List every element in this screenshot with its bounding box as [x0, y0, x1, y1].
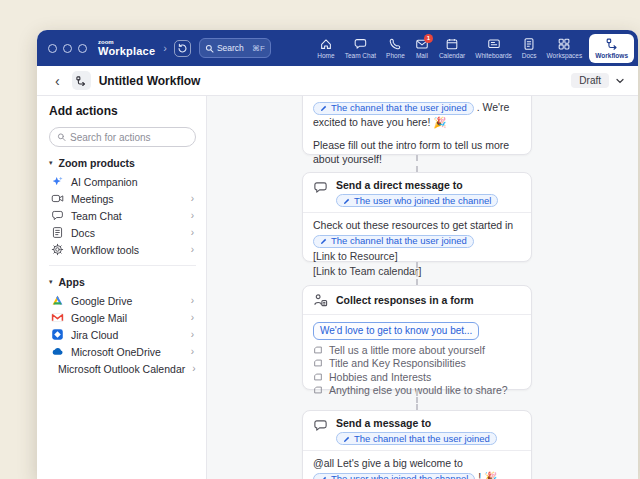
team-chat-icon: [353, 37, 367, 51]
workflow-title: Untitled Workflow: [99, 74, 201, 88]
add-actions-panel: Add actions ▾ Zoom products AI Companion: [37, 96, 207, 479]
variable-chip[interactable]: The user who joined the channel: [313, 473, 475, 479]
sidebar-item-ai-companion[interactable]: AI Companion: [49, 173, 196, 190]
sidebar-item-workflow-tools[interactable]: Workflow tools ›: [49, 241, 196, 258]
nav-docs[interactable]: Docs: [517, 35, 542, 61]
text-field-icon: [313, 358, 323, 368]
sidebar-item-google-mail[interactable]: Google Mail ›: [49, 309, 196, 326]
status-badge: Draft: [571, 73, 609, 88]
step-title: Send a direct message to: [336, 179, 498, 192]
workflow-step-card-collect-form[interactable]: Collect responses in a form We'd love to…: [302, 285, 532, 390]
nav-mail[interactable]: 1 Mail: [410, 35, 434, 61]
meetings-icon: [51, 192, 64, 205]
sidebar-divider: [49, 265, 196, 266]
window-maximize-button[interactable]: [78, 44, 87, 53]
chevron-down-icon[interactable]: [616, 78, 624, 84]
google-drive-icon: [51, 294, 64, 307]
variable-chip[interactable]: The user who joined the channel: [336, 194, 498, 207]
chevron-right-icon: ›: [191, 329, 196, 340]
chevron-right-icon: ›: [191, 193, 196, 204]
desktop: zoom Workplace › Search ⌘F: [0, 0, 640, 479]
text-field-icon: [313, 345, 323, 355]
global-search-input[interactable]: Search ⌘F: [199, 38, 271, 58]
nav-team-chat[interactable]: Team Chat: [340, 35, 381, 61]
back-button[interactable]: ‹: [55, 73, 60, 89]
workflow-step-card-direct-message[interactable]: Send a direct message to The user who jo…: [302, 172, 532, 262]
google-mail-icon: [51, 311, 64, 324]
form-question-row: Title and Key Responsibilities: [313, 357, 521, 371]
step-title: Send a message to: [336, 417, 497, 430]
form-question-row: Tell us a little more about yourself: [313, 343, 521, 357]
top-navbar: zoom Workplace › Search ⌘F: [37, 30, 638, 66]
workspaces-icon: [557, 37, 571, 51]
nav-home[interactable]: Home: [312, 35, 339, 61]
search-icon: [205, 44, 214, 53]
workflow-icon: [75, 75, 87, 87]
step-connector: [416, 155, 418, 172]
step-connector: [416, 390, 418, 410]
window-controls[interactable]: [48, 44, 87, 53]
logo-chevron-icon[interactable]: ›: [163, 42, 167, 54]
chevron-right-icon: ›: [191, 295, 196, 306]
sidebar-item-google-drive[interactable]: Google Drive ›: [49, 292, 196, 309]
docs-icon: [522, 37, 536, 51]
message-text: @all Let's give a big welcome to: [313, 456, 521, 470]
nav-calendar[interactable]: Calendar: [434, 35, 470, 61]
chevron-right-icon: ›: [191, 346, 196, 357]
form-question-row: Hobbies and Interests: [313, 370, 521, 384]
workflows-icon: [605, 37, 619, 51]
actions-search[interactable]: [49, 127, 196, 147]
section-apps[interactable]: ▾ Apps: [49, 276, 196, 288]
ai-companion-icon: [51, 175, 64, 188]
sidebar-item-team-chat[interactable]: Team Chat ›: [49, 207, 196, 224]
sidebar-item-meetings[interactable]: Meetings ›: [49, 190, 196, 207]
history-button[interactable]: [174, 40, 191, 57]
history-icon: [177, 43, 188, 54]
form-person-icon: [313, 293, 328, 308]
variable-chip[interactable]: The channel that the user joined: [313, 235, 474, 248]
workflow-canvas[interactable]: The channel that the user joined . We're…: [207, 96, 638, 479]
workflow-step-card-channel-message[interactable]: Send a message to The channel that the u…: [302, 410, 532, 479]
chevron-right-icon: ›: [192, 363, 197, 374]
form-name-chip[interactable]: We'd love to get to know you bet...: [313, 322, 479, 340]
sidebar-item-docs[interactable]: Docs ›: [49, 224, 196, 241]
nav-workspaces[interactable]: Workspaces: [542, 35, 588, 61]
chevron-right-icon: ›: [191, 312, 196, 323]
team-chat-icon: [51, 209, 64, 222]
actions-search-input[interactable]: [70, 132, 188, 143]
search-shortcut: ⌘F: [252, 44, 265, 53]
chevron-right-icon: ›: [191, 227, 196, 238]
collapse-triangle-icon: ▾: [49, 278, 53, 286]
pencil-icon: [343, 435, 351, 443]
workflow-step-card-message-intro[interactable]: The channel that the user joined . We're…: [302, 96, 532, 155]
calendar-icon: [445, 37, 459, 51]
nav-whiteboards[interactable]: Whiteboards: [470, 35, 517, 61]
variable-chip[interactable]: The channel that the user joined: [313, 102, 474, 115]
sidebar-item-jira-cloud[interactable]: Jira Cloud ›: [49, 326, 196, 343]
window-close-button[interactable]: [48, 44, 57, 53]
variable-chip[interactable]: The channel that the user joined: [336, 432, 497, 445]
message-text: ! 🎉: [478, 471, 497, 479]
whiteboards-icon: [487, 37, 501, 51]
text-field-icon: [313, 372, 323, 382]
chevron-right-icon: ›: [191, 244, 196, 255]
search-icon: [57, 132, 66, 142]
chat-bubble-icon: [313, 418, 328, 433]
mail-badge: 1: [424, 34, 433, 43]
text-field-icon: [313, 385, 323, 395]
nav-workflows[interactable]: Workflows: [589, 34, 634, 63]
section-zoom-products[interactable]: ▾ Zoom products: [49, 157, 196, 169]
sidebar-item-microsoft-outlook-calendar[interactable]: Microsoft Outlook Calendar ›: [49, 360, 196, 377]
window-minimize-button[interactable]: [63, 44, 72, 53]
link-placeholder: [Link to Resource]: [313, 249, 521, 263]
nav-phone[interactable]: Phone: [381, 35, 410, 61]
jira-cloud-icon: [51, 328, 64, 341]
step-title: Collect responses in a form: [336, 294, 474, 307]
sidebar-item-microsoft-onedrive[interactable]: Microsoft OneDrive ›: [49, 343, 196, 360]
chevron-right-icon: ›: [191, 210, 196, 221]
workflow-tools-icon: [51, 243, 64, 256]
zoom-workplace-logo: zoom Workplace: [98, 39, 155, 57]
pencil-icon: [320, 104, 328, 112]
workflow-header: ‹ Untitled Workflow Draft: [37, 66, 638, 96]
docs-icon: [51, 226, 64, 239]
